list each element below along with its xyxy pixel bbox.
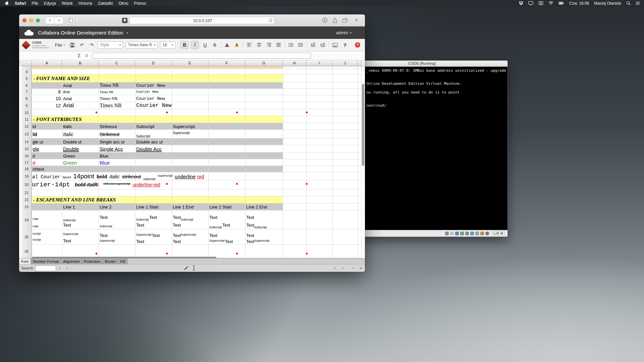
cell-D25-line1[interactable]: SuperscriptText bbox=[136, 233, 160, 238]
cell-C15[interactable]: Single Acc bbox=[100, 146, 123, 152]
share-button[interactable] bbox=[332, 17, 337, 23]
row-header-14[interactable]: 14 bbox=[21, 138, 32, 145]
vm-network-icon[interactable] bbox=[460, 232, 464, 235]
font-color-button[interactable] bbox=[223, 41, 231, 49]
cell-D23[interactable]: Line 1 Start bbox=[136, 204, 159, 209]
address-bar[interactable] bbox=[129, 17, 274, 24]
vm-shared-folder-icon[interactable] bbox=[470, 232, 474, 235]
row-cells[interactable]: - FONT NAME AND SIZE bbox=[32, 74, 362, 82]
sheet-tab-protection[interactable]: Protection bbox=[82, 258, 103, 264]
sheet-tab-fill[interactable]: Fill bbox=[118, 258, 127, 264]
strikethrough-button[interactable]: S bbox=[211, 41, 218, 49]
row-cells[interactable]: al Courier8point14pointbolditalicstrikeo… bbox=[32, 172, 362, 180]
cell-E24-line1[interactable]: TextSubscript bbox=[173, 215, 194, 220]
column-header-C[interactable]: C bbox=[99, 60, 135, 66]
cell-B13[interactable]: Italic bbox=[63, 131, 73, 137]
cell-E23[interactable]: Line 1 End bbox=[173, 204, 194, 209]
cell-D9[interactable]: Courier New bbox=[136, 103, 172, 109]
file-menu[interactable]: File ▾ bbox=[54, 43, 66, 48]
row-cells[interactable]: d Green Blue bbox=[32, 153, 362, 159]
cell-A19[interactable]: al Courier8point14pointbolditalicstrikeo… bbox=[32, 173, 204, 180]
row-cells[interactable]: Line 1 Line 2 Line 1 Start Line 1 End Li… bbox=[32, 203, 362, 210]
row-cells[interactable]: Arial Times NR Courier New bbox=[32, 82, 362, 88]
cell-C12[interactable]: Strikeout bbox=[100, 124, 117, 129]
menu-item-widok[interactable]: Widok bbox=[62, 1, 73, 6]
menu-item-edycja[interactable]: Edycja bbox=[44, 1, 56, 6]
cell-C8[interactable]: Times NR bbox=[100, 96, 117, 101]
column-header-J[interactable]: J bbox=[332, 60, 358, 66]
cell-C23[interactable]: Line 2 bbox=[100, 204, 111, 209]
vm-recording-icon[interactable] bbox=[480, 232, 484, 235]
sum-button[interactable]: Σ bbox=[75, 53, 83, 58]
row-cells[interactable]: gle ul Double ul Single acc ul Double ac… bbox=[32, 138, 362, 145]
column-header-I[interactable]: I bbox=[306, 60, 332, 66]
sidebar-toggle-button[interactable] bbox=[66, 17, 74, 24]
row-header-25[interactable]: 25 bbox=[21, 229, 32, 244]
column-header-B[interactable]: B bbox=[62, 60, 99, 66]
function-button[interactable]: = bbox=[83, 53, 90, 58]
row-cells[interactable]: 8 Arial Times NR Courier New bbox=[32, 89, 362, 95]
cell-A22[interactable]: - ESCAPEMENT AND LINE BREAKS bbox=[33, 197, 116, 203]
cell-B6[interactable]: Arial bbox=[63, 83, 72, 88]
row-header-3[interactable] bbox=[21, 66, 32, 69]
row-header-20[interactable]: 20 bbox=[21, 180, 32, 189]
row-header-23[interactable]: 23 bbox=[21, 203, 32, 210]
zoom-in-button[interactable]: + bbox=[360, 266, 362, 270]
cell-B7[interactable]: Arial bbox=[63, 90, 70, 94]
align-justify-button[interactable] bbox=[275, 41, 282, 49]
row-header-13[interactable]: 13 bbox=[21, 130, 32, 138]
cell-B24-line1[interactable]: Subscript bbox=[63, 219, 76, 222]
row-header-11[interactable]: 11 bbox=[21, 116, 32, 123]
cell-B25-line1[interactable]: Superscript bbox=[63, 232, 78, 236]
undo-button[interactable]: ↶ bbox=[78, 41, 86, 49]
row-cells[interactable]: cript cript Subscript Text Text Subscrip… bbox=[32, 210, 362, 229]
menu-item-zakladki[interactable]: Zakładki bbox=[98, 1, 113, 6]
cell-D12[interactable]: Subscript bbox=[136, 124, 154, 129]
forward-button[interactable]: › bbox=[54, 17, 63, 24]
increase-indent-button[interactable] bbox=[319, 41, 326, 49]
cell-B12[interactable]: Italic bbox=[63, 124, 72, 129]
row-header-24[interactable]: 24 bbox=[21, 210, 32, 229]
back-button[interactable]: ‹ bbox=[46, 17, 54, 24]
row-header-4[interactable]: 4 bbox=[21, 69, 32, 74]
row-header-5[interactable]: 5 bbox=[21, 74, 32, 82]
cell-A13[interactable]: ld bbox=[33, 131, 37, 137]
cell-D15[interactable]: Double Acc bbox=[136, 146, 162, 152]
reload-icon[interactable] bbox=[268, 18, 273, 22]
menu-item-plik[interactable]: Plik bbox=[32, 1, 38, 6]
display-icon[interactable] bbox=[528, 1, 533, 5]
cell-A9[interactable]: 12 bbox=[32, 103, 61, 108]
sheet-tab-border[interactable]: Border bbox=[103, 258, 118, 264]
tabs-overview-button[interactable] bbox=[342, 18, 347, 23]
row-cells[interactable]: ld Italic Strikeout Subscript Superscrip… bbox=[32, 130, 362, 138]
sheet-nav-down-button[interactable]: ∨ bbox=[341, 266, 344, 270]
bold-button[interactable]: B bbox=[180, 41, 189, 49]
save-button[interactable] bbox=[68, 41, 76, 49]
wifi-icon[interactable] bbox=[548, 1, 553, 5]
menu-item-okno[interactable]: Okno bbox=[118, 1, 128, 6]
vertical-scrollbar[interactable] bbox=[362, 84, 364, 166]
highlight-color-button[interactable] bbox=[233, 41, 240, 49]
menu-item-pomoc[interactable]: Pomoc bbox=[134, 1, 146, 6]
underline-button[interactable]: U bbox=[201, 41, 209, 49]
sheet-nav-up-button[interactable]: ∧ bbox=[334, 266, 336, 270]
notification-center-icon[interactable] bbox=[636, 1, 640, 5]
cell-A25-line1[interactable]: rscript bbox=[33, 232, 41, 235]
cell-A18[interactable]: chtext bbox=[33, 167, 44, 172]
cell-A5[interactable]: - FONT NAME AND SIZE bbox=[33, 75, 90, 81]
zoom-out-button[interactable]: − bbox=[352, 266, 355, 270]
row-header-10[interactable]: 10 bbox=[21, 109, 32, 116]
cell-D6[interactable]: Courier New bbox=[136, 83, 165, 88]
cell-C24-line1[interactable]: Text bbox=[100, 215, 108, 220]
row-cells[interactable]: ld Italic Strikeout Subscript Superscrip… bbox=[32, 123, 362, 129]
extension-icon[interactable] bbox=[122, 18, 127, 23]
cell-D8[interactable]: Courier New bbox=[136, 96, 165, 101]
row-cells[interactable] bbox=[32, 69, 362, 74]
cell-B9[interactable]: Arial bbox=[63, 103, 74, 109]
vm-usb-icon[interactable] bbox=[465, 232, 469, 235]
cell-F23[interactable]: Line 2 Start bbox=[209, 204, 232, 209]
redo-button[interactable]: ↷ bbox=[88, 41, 95, 49]
column-header-A[interactable]: A bbox=[32, 60, 62, 66]
cell-A12[interactable]: ld bbox=[33, 124, 36, 129]
select-all-corner[interactable] bbox=[21, 60, 32, 66]
